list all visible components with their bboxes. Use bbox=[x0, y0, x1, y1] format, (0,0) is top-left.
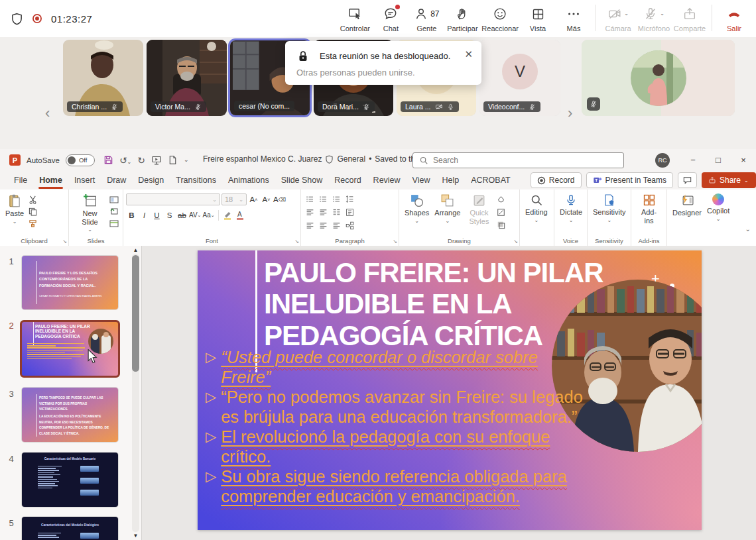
shapes-button[interactable]: Shapes ⌄ bbox=[402, 192, 432, 225]
tab-transitions[interactable]: Transitions bbox=[170, 171, 222, 189]
present-in-teams-button[interactable]: Present in Teams bbox=[586, 172, 674, 188]
clear-formatting-button[interactable]: A⌫ bbox=[273, 194, 286, 205]
redo-icon[interactable]: ↻ bbox=[137, 156, 145, 165]
reset-slide-icon[interactable] bbox=[108, 206, 120, 217]
toast-close-icon[interactable]: ✕ bbox=[464, 49, 473, 59]
designer-button[interactable]: Designer bbox=[670, 192, 704, 223]
bold-button[interactable]: B bbox=[126, 209, 137, 221]
align-center-button[interactable] bbox=[317, 220, 329, 231]
format-painter-icon[interactable] bbox=[27, 218, 38, 229]
new-document-icon[interactable] bbox=[168, 155, 178, 165]
tab-design[interactable]: Design bbox=[132, 171, 170, 189]
shape-effects-icon[interactable] bbox=[495, 219, 507, 230]
participant-tile[interactable]: Christian ... bbox=[63, 40, 143, 116]
control-button[interactable]: Controlar bbox=[337, 2, 373, 35]
tab-acrobat[interactable]: ACROBAT bbox=[465, 171, 517, 189]
camera-chevron-icon[interactable]: ⌄ bbox=[624, 11, 629, 17]
shrink-font-button[interactable]: A˅ bbox=[261, 194, 272, 205]
microphone-chevron-icon[interactable]: ⌄ bbox=[660, 11, 664, 17]
font-color-button[interactable]: A bbox=[235, 209, 246, 221]
increase-indent-button[interactable] bbox=[317, 207, 329, 217]
tab-insert[interactable]: Insert bbox=[68, 171, 101, 189]
align-left-button[interactable] bbox=[304, 220, 316, 231]
share-screen-button[interactable]: Comparte bbox=[672, 2, 708, 35]
decrease-indent-button[interactable] bbox=[304, 207, 316, 217]
paragraph-dialog-launcher[interactable]: ↘ bbox=[393, 239, 397, 244]
thumbnail-scrollbar-thumb[interactable] bbox=[132, 255, 139, 372]
paste-button[interactable]: Paste ⌄ bbox=[3, 192, 27, 229]
account-avatar[interactable]: RC bbox=[655, 153, 670, 168]
font-size-select[interactable]: 18⌄ bbox=[221, 193, 247, 205]
leave-button[interactable]: Salir bbox=[716, 2, 752, 35]
quick-styles-button[interactable]: Quick Styles bbox=[463, 192, 495, 227]
search-input[interactable]: Search bbox=[412, 152, 624, 168]
section-icon[interactable] bbox=[108, 218, 120, 229]
shape-outline-icon[interactable] bbox=[495, 207, 507, 217]
participant-tile[interactable]: V Videoconf... bbox=[479, 40, 560, 116]
cut-icon[interactable] bbox=[27, 194, 38, 205]
record-button[interactable]: Record bbox=[531, 172, 582, 188]
autosave-toggle[interactable]: Off bbox=[66, 154, 95, 166]
tab-home[interactable]: Home bbox=[33, 171, 68, 189]
powerpoint-logo[interactable]: P bbox=[9, 154, 21, 166]
tab-view[interactable]: View bbox=[407, 171, 436, 189]
editing-button[interactable]: Editing ⌄ bbox=[523, 192, 550, 225]
chat-button[interactable]: Chat bbox=[373, 2, 409, 35]
slide-thumbnail-2-selected[interactable]: PAULO FREIRE: UN PILAR INELUDIBLE EN LA … bbox=[20, 320, 120, 378]
clipboard-dialog-launcher[interactable]: ↘ bbox=[62, 239, 67, 244]
comments-button[interactable] bbox=[678, 172, 697, 188]
people-button[interactable]: 87 Gente bbox=[409, 2, 444, 35]
text-shadow-button[interactable]: S bbox=[164, 209, 175, 221]
character-spacing-button[interactable]: AV⌄ bbox=[189, 209, 201, 221]
more-button[interactable]: Más bbox=[556, 2, 592, 35]
addins-button[interactable]: Add-ins bbox=[634, 192, 664, 226]
change-case-button[interactable]: Aa⌄ bbox=[202, 209, 214, 221]
text-direction-button[interactable] bbox=[344, 207, 355, 217]
collapse-ribbon-chevron[interactable]: ⌄ bbox=[745, 225, 751, 233]
copilot-button[interactable]: Copilot ⌄ bbox=[704, 192, 732, 223]
tab-record[interactable]: Record bbox=[328, 171, 367, 189]
document-title[interactable]: Freire espanhol Mexico C. Juarez General… bbox=[203, 154, 442, 164]
new-slide-button[interactable]: New Slide ⌄ bbox=[72, 192, 108, 234]
scroll-down-arrow[interactable]: ▼ bbox=[132, 533, 139, 539]
slide-thumbnail-1[interactable]: PAULO FREIRE Y LOS DESAFÍOS CONTEMPORÁNE… bbox=[22, 256, 118, 309]
participant-tile[interactable]: Victor Ma... bbox=[147, 40, 227, 116]
slide-thumbnail-5[interactable]: Características del Modelo Dialógico bbox=[22, 517, 118, 540]
bullet-item[interactable]: ▷El revolucionó la pedagogía con su enfo… bbox=[206, 427, 587, 466]
slide-thumbnail-3[interactable]: PERO TAMPOCO SE PUEDE CULPAR LAS VICTIMA… bbox=[22, 388, 118, 442]
underline-button[interactable]: U bbox=[151, 209, 162, 221]
indent-list-button[interactable] bbox=[330, 193, 342, 204]
highlight-color-button[interactable] bbox=[222, 209, 233, 221]
slide-canvas[interactable]: PAULO FREIRE: UN PILAR INELUDIBLE EN LA … bbox=[198, 250, 702, 530]
numbering-button[interactable] bbox=[317, 193, 329, 204]
shape-fill-icon[interactable] bbox=[495, 194, 507, 205]
raise-hand-button[interactable]: Participar bbox=[444, 2, 480, 35]
restore-button[interactable]: □ bbox=[706, 149, 731, 171]
convert-smartart-button[interactable] bbox=[344, 220, 355, 231]
quick-access-overflow-icon[interactable]: ⌄ bbox=[184, 157, 189, 163]
sensitivity-button[interactable]: Sensitivity ⌄ bbox=[590, 192, 629, 225]
tab-review[interactable]: Review bbox=[367, 171, 407, 189]
scroll-up-arrow[interactable]: ▲ bbox=[132, 247, 139, 253]
tab-draw[interactable]: Draw bbox=[101, 171, 132, 189]
undo-icon[interactable]: ↺⌄ bbox=[119, 156, 131, 165]
grow-font-button[interactable]: A˄ bbox=[248, 194, 259, 205]
save-icon[interactable] bbox=[103, 155, 113, 165]
tab-animations[interactable]: Animations bbox=[222, 171, 275, 189]
start-slideshow-icon[interactable] bbox=[151, 155, 162, 166]
react-button[interactable]: Reaccionar bbox=[480, 2, 520, 35]
slide-layout-icon[interactable] bbox=[108, 194, 120, 205]
share-button[interactable]: Share ⌄ bbox=[702, 172, 756, 188]
close-button[interactable]: × bbox=[731, 149, 756, 171]
drawing-dialog-launcher[interactable]: ↘ bbox=[513, 239, 518, 244]
columns-button[interactable] bbox=[330, 207, 342, 217]
tab-file[interactable]: File bbox=[8, 171, 33, 189]
dictate-button[interactable]: Dictate ⌄ bbox=[557, 192, 585, 225]
bullet-item[interactable]: ▷“Pero no podemos avanzar sin Freire: su… bbox=[206, 387, 587, 427]
microphone-button[interactable]: ⌄ Micrófono bbox=[636, 2, 672, 35]
camera-button[interactable]: ⌄ Cámara bbox=[600, 2, 636, 35]
line-spacing-button[interactable] bbox=[344, 193, 355, 204]
arrange-button[interactable]: Arrange ⌄ bbox=[432, 192, 463, 225]
minimize-button[interactable]: − bbox=[680, 149, 706, 171]
tab-help[interactable]: Help bbox=[436, 171, 465, 189]
